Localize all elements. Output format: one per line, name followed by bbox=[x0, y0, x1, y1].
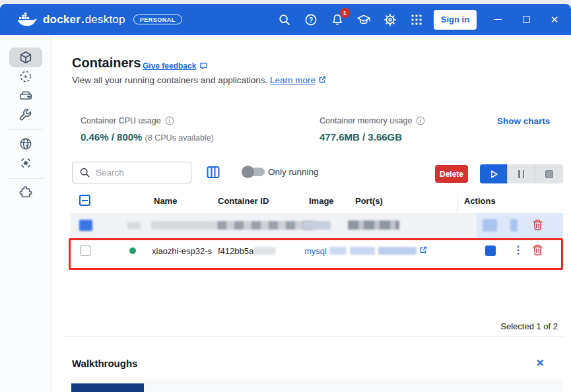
learning-center-icon[interactable] bbox=[356, 12, 372, 28]
sign-in-button[interactable]: Sign in bbox=[434, 10, 477, 30]
redacted-action-icon[interactable] bbox=[510, 219, 518, 232]
table-header: Name Container ID Image Port(s) Actions bbox=[71, 193, 563, 213]
settings-gear-icon[interactable] bbox=[382, 12, 398, 28]
sidebar bbox=[0, 35, 52, 392]
search-box bbox=[72, 162, 191, 183]
table-row[interactable] bbox=[71, 213, 563, 238]
walkthrough-card-image bbox=[71, 383, 144, 392]
play-icon bbox=[488, 168, 500, 180]
give-feedback-link[interactable]: Give feedback bbox=[143, 61, 208, 71]
cpu-usage-label: Container CPU usage bbox=[81, 116, 174, 125]
redacted-text bbox=[151, 221, 217, 230]
sidebar-item-builds[interactable] bbox=[18, 108, 33, 122]
start-button[interactable] bbox=[480, 164, 507, 183]
docker-scout-icon bbox=[18, 156, 33, 170]
selection-summary: Selected 1 of 2 bbox=[52, 321, 558, 331]
table-columns-icon[interactable] bbox=[206, 165, 220, 180]
section-divider bbox=[63, 336, 564, 337]
redacted-text bbox=[127, 222, 141, 229]
sidebar-item-extensions[interactable] bbox=[18, 185, 33, 199]
docker-desktop-window: docker.desktop PERSONAL ? 1 bbox=[0, 0, 571, 392]
delete-row-icon[interactable] bbox=[531, 218, 545, 232]
docker-whale-icon bbox=[17, 13, 37, 26]
redacted-text bbox=[350, 247, 375, 255]
notification-count-badge: 1 bbox=[340, 8, 350, 18]
sidebar-item-docker-scout[interactable] bbox=[18, 156, 33, 170]
walkthroughs-card-strip bbox=[71, 379, 563, 392]
delete-row-icon[interactable] bbox=[531, 244, 545, 257]
redacted-text bbox=[348, 220, 399, 230]
column-header-image[interactable]: Image bbox=[309, 196, 334, 206]
image-link[interactable]: mysql bbox=[304, 246, 327, 256]
close-icon[interactable]: ✕ bbox=[547, 12, 562, 28]
help-icon[interactable]: ? bbox=[303, 12, 319, 28]
sidebar-item-volumes[interactable] bbox=[18, 88, 33, 103]
maximize-icon[interactable] bbox=[519, 12, 533, 28]
volumes-drive-icon bbox=[18, 88, 33, 103]
column-header-actions: Actions bbox=[464, 196, 496, 206]
stop-button[interactable] bbox=[535, 164, 563, 183]
search-input[interactable] bbox=[96, 168, 175, 178]
sidebar-item-containers[interactable] bbox=[18, 50, 33, 65]
sidebar-item-images[interactable] bbox=[18, 69, 33, 84]
stop-icon bbox=[545, 170, 553, 178]
bulk-actions-group bbox=[480, 164, 563, 183]
column-header-container-id[interactable]: Container ID bbox=[218, 196, 269, 206]
info-icon bbox=[416, 116, 425, 125]
cpu-usage-note: (8 CPUs available) bbox=[145, 133, 214, 143]
running-status-dot bbox=[129, 247, 136, 254]
redacted-text bbox=[378, 247, 417, 255]
only-running-label: Only running bbox=[268, 167, 319, 177]
stop-container-button[interactable] bbox=[485, 245, 496, 256]
titlebar: docker.desktop PERSONAL ? 1 bbox=[0, 4, 571, 35]
column-header-name[interactable]: Name bbox=[154, 196, 177, 206]
feedback-chat-icon bbox=[199, 62, 208, 70]
row-menu-icon[interactable]: ⋮ bbox=[513, 244, 523, 257]
notifications-bell-icon[interactable]: 1 bbox=[329, 12, 345, 28]
minimize-icon[interactable] bbox=[490, 12, 505, 28]
info-icon bbox=[165, 116, 174, 125]
memory-usage-value: 477.6MB / 3.66GB bbox=[319, 131, 402, 143]
apps-grid-icon[interactable] bbox=[409, 12, 424, 28]
sidebar-divider bbox=[8, 178, 44, 179]
search-icon bbox=[79, 167, 90, 178]
plan-badge: PERSONAL bbox=[133, 15, 182, 24]
column-header-ports[interactable]: Port(s) bbox=[355, 196, 383, 206]
container-id: f412bb5a bbox=[218, 246, 253, 256]
walkthroughs-close-icon[interactable]: ✕ bbox=[536, 357, 545, 369]
toggle-knob bbox=[242, 166, 254, 178]
redacted-text bbox=[303, 221, 331, 230]
learn-more-link[interactable]: Learn more bbox=[270, 75, 316, 85]
docker-hub-globe-icon bbox=[18, 137, 33, 151]
svg-text:?: ? bbox=[309, 16, 313, 23]
page-subtitle: View all your running containers and app… bbox=[72, 75, 326, 85]
pause-button[interactable] bbox=[507, 164, 535, 183]
show-charts-link[interactable]: Show charts bbox=[497, 116, 550, 126]
memory-usage-label: Container memory usage bbox=[319, 116, 425, 125]
containers-page: Containers Give feedback View all your r… bbox=[52, 35, 571, 392]
row-checkbox[interactable] bbox=[80, 245, 90, 256]
redacted-text bbox=[329, 247, 347, 255]
redacted-text bbox=[254, 247, 275, 255]
port-external-link-icon[interactable] bbox=[419, 246, 427, 254]
builds-wrench-icon bbox=[18, 108, 33, 122]
cpu-usage-value: 0.46% / 800% (8 CPUs available) bbox=[81, 131, 214, 143]
row-checkbox-redacted[interactable] bbox=[79, 220, 92, 231]
select-all-checkbox[interactable] bbox=[79, 195, 90, 206]
only-running-toggle[interactable] bbox=[243, 168, 265, 176]
delete-button[interactable]: Delete bbox=[435, 165, 468, 183]
brand-wordmark: docker.desktop bbox=[43, 13, 125, 26]
sidebar-item-docker-hub[interactable] bbox=[18, 137, 33, 151]
search-icon[interactable] bbox=[277, 12, 292, 28]
pause-icon bbox=[518, 170, 524, 178]
page-title: Containers bbox=[72, 55, 141, 71]
redacted-action-icon[interactable] bbox=[483, 219, 497, 232]
table-row[interactable]: xiaozhi-esp32-s f412bb5a mysql ⋮ bbox=[71, 238, 563, 263]
walkthroughs-title: Walkthroughs bbox=[72, 358, 137, 369]
container-name: xiaozhi-esp32-s bbox=[152, 246, 212, 256]
extensions-puzzle-icon bbox=[18, 185, 33, 199]
external-link-icon bbox=[318, 76, 326, 84]
containers-cube-icon bbox=[18, 50, 33, 65]
sidebar-divider bbox=[8, 129, 44, 130]
images-icon bbox=[18, 69, 33, 84]
